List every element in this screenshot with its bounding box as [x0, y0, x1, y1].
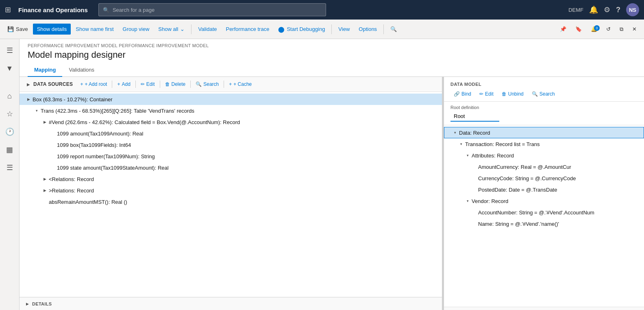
sidebar-home-icon[interactable]: ⌂	[2, 88, 18, 104]
page-title: Model mapping designer	[20, 48, 644, 63]
dm-tree-item-name-text: Name: String = @.'#Vend'.'name()'	[478, 221, 559, 227]
validate-button[interactable]: Validate	[194, 24, 221, 35]
show-name-first-button[interactable]: Show name first	[72, 24, 117, 35]
sidebar-workspace-icon[interactable]: ▦	[2, 142, 18, 158]
sidebar-list-icon[interactable]: ☰	[2, 159, 18, 176]
expand-transaction-icon[interactable]: ▾	[457, 140, 465, 148]
dm-tree-item-transaction[interactable]: ▾ Transaction: Record list = Trans	[444, 138, 644, 150]
global-search-input[interactable]	[113, 7, 322, 13]
start-debugging-button[interactable]: ⬤ Start Debugging	[274, 24, 329, 35]
close-button[interactable]: ✕	[628, 24, 641, 35]
tree-item-relations-lt[interactable]: ▶ <Relations: Record	[20, 173, 442, 185]
nav-right: DEMF 🔔 ⚙ ? NS	[568, 3, 639, 16]
bind-button[interactable]: 🔗 Bind	[450, 90, 474, 98]
dm-tree-item-accountnumber[interactable]: ▶ AccountNumber: String = @.'#Vend'.Acco…	[444, 207, 644, 218]
expand-trans-icon[interactable]: ▾	[33, 107, 41, 115]
data-sources-header: ▶ DATA SOURCES + + Add root + Add ✏ Edit	[20, 77, 442, 92]
help-icon[interactable]: ?	[616, 6, 620, 14]
main-layout: ☰ ▼ ⌂ ☆ 🕐 ▦ ☰ PERFORMANCE IMPROVEMENT MO…	[0, 39, 644, 310]
performance-trace-button[interactable]: Performance trace	[222, 24, 273, 35]
sidebar-icons: ☰ ▼ ⌂ ☆ 🕐 ▦ ☰	[0, 39, 20, 310]
options-button[interactable]: Options	[355, 24, 381, 35]
toolbar-search-button[interactable]: 🔍	[386, 24, 401, 35]
cache-button[interactable]: + + Cache	[226, 80, 255, 88]
pin-button[interactable]: 📌	[556, 24, 570, 35]
global-search-bar[interactable]: 🔍	[98, 3, 326, 16]
tree-item-1099num-text: 1099 report number(Tax1099Num): String	[57, 153, 437, 159]
sidebar-menu-icon[interactable]: ☰	[2, 42, 18, 59]
dm-tree-item-vendor[interactable]: ▾ Vendor: Record	[444, 195, 644, 207]
expand-box-icon[interactable]: ▶	[24, 95, 33, 103]
dm-tree-item-posteddate[interactable]: ▶ PostedDate: Date = @.TransDate	[444, 184, 644, 195]
unbind-button[interactable]: 🗑 Unbind	[498, 90, 527, 98]
tree-item-1099box[interactable]: ▶ 1099 box(Tax1099Fields): Int64	[20, 139, 442, 151]
notification-button[interactable]: 🔔 0	[587, 24, 601, 35]
gear-icon[interactable]: ⚙	[604, 5, 610, 14]
add-icon: +	[117, 81, 120, 87]
pin-icon: 📌	[560, 26, 566, 32]
bookmark-icon: 🔖	[575, 26, 582, 32]
dm-search-button[interactable]: 🔍 Search	[529, 90, 558, 98]
tree-item-box[interactable]: ▶ Box (63.3ms - 10.27%): Container	[20, 94, 442, 105]
details-expand-icon[interactable]: ▶	[26, 302, 29, 306]
bell-icon[interactable]: 🔔	[589, 5, 598, 14]
dm-root-value: Root	[450, 111, 499, 122]
app-title: Finance and Operations	[18, 7, 88, 13]
app-grid-icon[interactable]: ⊞	[5, 5, 11, 14]
user-avatar[interactable]: NS	[626, 3, 639, 16]
tree-item-trans[interactable]: ▾ Trans (422.3ms - 68.53%)[265][Q:265]: …	[20, 105, 442, 116]
data-sources-tree: ▶ Box (63.3ms - 10.27%): Container ▾ Tra…	[20, 92, 442, 297]
search-icon: 🔍	[196, 81, 202, 87]
tab-validations[interactable]: Validations	[62, 63, 101, 77]
expand-relations-gt-icon[interactable]: ▶	[41, 186, 49, 194]
tree-item-vend[interactable]: ▶ #Vend (262.6ms - 42.62%): Calculated f…	[20, 116, 442, 128]
open-in-new-icon: ⧉	[620, 26, 623, 33]
refresh-button[interactable]: ↺	[602, 24, 615, 35]
toolbar: 💾 Save Show details Show name first Grou…	[0, 20, 644, 39]
tree-item-absremain[interactable]: ▶ absRemainAmountMST(): Real ()	[20, 196, 442, 207]
edit-icon: ✏	[141, 81, 145, 87]
dm-tree-item-vendor-text: Vendor: Record	[472, 198, 508, 204]
dm-tree-item-name[interactable]: ▶ Name: String = @.'#Vend'.'name()'	[444, 218, 644, 229]
dm-tree-item-accountnumber-text: AccountNumber: String = @.'#Vend'.Accoun…	[478, 210, 594, 216]
expand-relations-lt-icon[interactable]: ▶	[41, 175, 49, 183]
tree-item-relations-gt-text: >Relations: Record	[49, 188, 437, 194]
dm-tree-item-attributes[interactable]: ▾ Attributes: Record	[444, 150, 644, 161]
tree-item-1099num[interactable]: ▶ 1099 report number(Tax1099Num): String	[20, 151, 442, 162]
expand-data-icon[interactable]: ▾	[451, 129, 459, 137]
open-in-new-button[interactable]: ⧉	[616, 24, 627, 35]
tree-item-1099amount-text: 1099 amount(Tax1099Amount): Real	[57, 131, 437, 137]
show-all-button[interactable]: Show all ⌄	[154, 24, 189, 35]
dm-tree-item-amountcurrency[interactable]: ▶ AmountCurrency: Real = @.AmountCur	[444, 161, 644, 172]
tab-mapping[interactable]: Mapping	[28, 63, 62, 77]
dm-tree-item-transaction-text: Transaction: Record list = Trans	[465, 141, 540, 147]
tree-item-absremain-text: absRemainAmountMST(): Real ()	[49, 199, 437, 205]
sidebar-star-icon[interactable]: ☆	[2, 106, 18, 122]
tree-item-1099state[interactable]: ▶ 1099 state amount(Tax1099StateAmount):…	[20, 162, 442, 173]
ds-collapse-btn[interactable]: ▶	[24, 80, 33, 88]
toolbar-search-icon: 🔍	[390, 26, 397, 32]
edit-button[interactable]: ✏ Edit	[137, 80, 158, 88]
group-view-button[interactable]: Group view	[119, 24, 154, 35]
sidebar-filter-icon[interactable]: ▼	[2, 60, 18, 76]
bookmark-button[interactable]: 🔖	[571, 24, 586, 35]
add-button[interactable]: + Add	[114, 80, 133, 88]
tree-item-relations-gt[interactable]: ▶ >Relations: Record	[20, 185, 442, 196]
expand-attributes-icon[interactable]: ▾	[463, 151, 472, 159]
data-model-title: DATA MODEL	[450, 82, 637, 87]
dm-tree-item-attributes-text: Attributes: Record	[472, 153, 514, 159]
show-details-button[interactable]: Show details	[33, 24, 71, 35]
data-model-header: DATA MODEL 🔗 Bind ✏ Edit 🗑 Unbind	[444, 77, 644, 102]
dm-tree-item-data[interactable]: ▾ Data: Record	[444, 127, 644, 138]
expand-vendor-icon[interactable]: ▾	[463, 197, 472, 205]
dm-tree-item-currencycode[interactable]: ▶ CurrencyCode: String = @.CurrencyCode	[444, 172, 644, 184]
tree-item-1099amount[interactable]: ▶ 1099 amount(Tax1099Amount): Real	[20, 128, 442, 139]
dm-edit-button[interactable]: ✏ Edit	[476, 90, 497, 98]
expand-vend-icon[interactable]: ▶	[41, 118, 49, 126]
add-root-button[interactable]: + + Add root	[77, 80, 110, 88]
delete-button[interactable]: 🗑 Delete	[162, 80, 189, 88]
sidebar-recent-icon[interactable]: 🕐	[2, 124, 18, 140]
search-button[interactable]: 🔍 Search	[192, 80, 222, 88]
save-button[interactable]: 💾 Save	[3, 24, 32, 35]
view-button[interactable]: View	[334, 24, 354, 35]
